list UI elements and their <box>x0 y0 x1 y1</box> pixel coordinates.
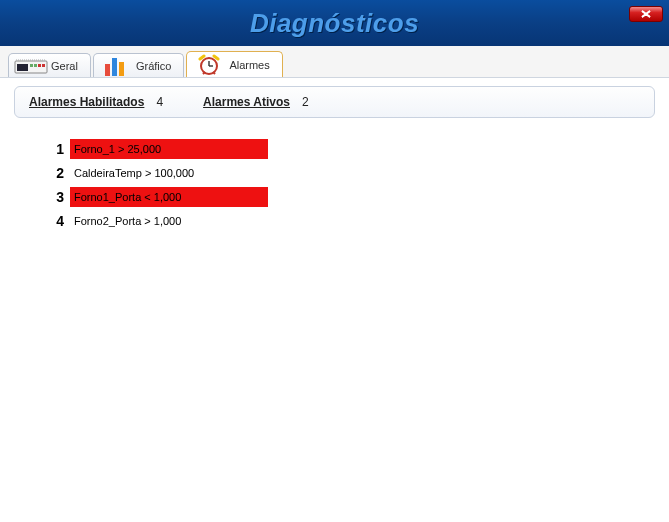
svg-rect-2 <box>30 64 33 67</box>
device-icon <box>13 55 49 77</box>
tab-label: Gráfico <box>136 60 171 72</box>
close-button[interactable] <box>629 6 663 22</box>
tab-geral[interactable]: Geral <box>8 53 91 77</box>
titlebar: Diagnósticos <box>0 0 669 46</box>
svg-rect-7 <box>105 64 110 76</box>
alarm-row: 3 Forno1_Porta < 1,000 <box>42 186 655 208</box>
tab-label: Geral <box>51 60 78 72</box>
alarm-clock-icon <box>191 54 227 76</box>
alarm-index: 3 <box>42 189 64 205</box>
tab-strip: Geral Gráfico Alarmes <box>0 46 669 78</box>
svg-rect-3 <box>34 64 37 67</box>
summary-active: Alarmes Ativos 2 <box>203 95 309 109</box>
svg-rect-5 <box>42 64 45 67</box>
active-count: 2 <box>302 95 309 109</box>
alarm-cell[interactable]: Forno2_Porta > 1,000 <box>70 211 270 231</box>
alarm-row: 2 CaldeiraTemp > 100,000 <box>42 162 655 184</box>
alarm-cell[interactable]: CaldeiraTemp > 100,000 <box>70 163 270 183</box>
alarm-index: 2 <box>42 165 64 181</box>
enabled-label: Alarmes Habilitados <box>29 95 144 109</box>
alarm-row: 1 Forno_1 > 25,000 <box>42 138 655 160</box>
content-area: Alarmes Habilitados 4 Alarmes Ativos 2 1… <box>0 78 669 522</box>
svg-rect-1 <box>17 64 28 71</box>
enabled-count: 4 <box>156 95 163 109</box>
alarm-cell[interactable]: Forno_1 > 25,000 <box>70 139 270 159</box>
close-icon <box>640 10 652 18</box>
alarm-list: 1 Forno_1 > 25,000 2 CaldeiraTemp > 100,… <box>14 138 655 232</box>
alarm-index: 1 <box>42 141 64 157</box>
svg-rect-8 <box>112 58 117 76</box>
svg-rect-4 <box>38 64 41 67</box>
summary-bar: Alarmes Habilitados 4 Alarmes Ativos 2 <box>14 86 655 118</box>
tab-grafico[interactable]: Gráfico <box>93 53 184 77</box>
tab-alarmes[interactable]: Alarmes <box>186 51 282 77</box>
svg-rect-9 <box>119 62 124 76</box>
alarm-index: 4 <box>42 213 64 229</box>
alarm-row: 4 Forno2_Porta > 1,000 <box>42 210 655 232</box>
chart-icon <box>98 55 134 77</box>
summary-enabled: Alarmes Habilitados 4 <box>29 95 163 109</box>
window-title: Diagnósticos <box>250 8 419 39</box>
alarm-cell[interactable]: Forno1_Porta < 1,000 <box>70 187 270 207</box>
active-label: Alarmes Ativos <box>203 95 290 109</box>
tab-label: Alarmes <box>229 59 269 71</box>
